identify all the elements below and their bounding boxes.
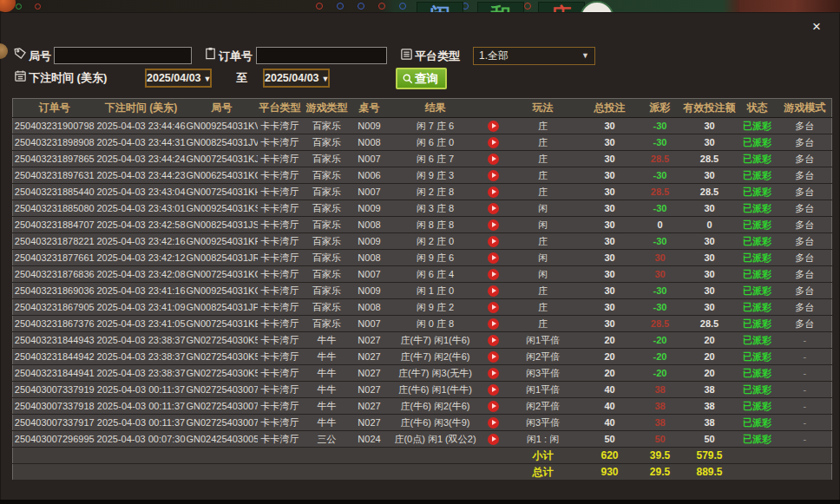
cell-bet: 30 — [582, 250, 638, 266]
summary-label: 总计 — [504, 464, 582, 481]
summary-empty — [258, 448, 303, 464]
date-to-select[interactable]: 2025/04/03▼ — [263, 69, 330, 88]
cell-time: 2025-04-03 00:07:30 — [96, 431, 187, 448]
replay-play-icon[interactable] — [488, 187, 499, 198]
search-button[interactable]: 查询 — [396, 68, 447, 89]
cell-mode: 多台 — [778, 134, 832, 151]
cell-time: 2025-04-03 23:41:09 — [96, 299, 187, 316]
date-from-select[interactable]: 2025/04/03▼ — [145, 69, 212, 88]
cell-round: GN027254030K5 — [187, 365, 258, 382]
round-number-label: 局号 — [29, 49, 51, 64]
cell-play: 庄 — [504, 184, 582, 200]
cell-replay — [483, 167, 504, 184]
cell-result: 闲 3 庄 8 — [388, 200, 483, 217]
cell-platform: 卡卡湾厅 — [258, 365, 303, 382]
cell-payout: 28.5 — [638, 151, 683, 167]
cell-result: 闲 7 庄 6 — [388, 118, 483, 134]
replay-play-icon[interactable] — [488, 302, 499, 313]
cell-result: 闲 1 庄 0 — [388, 283, 483, 299]
replay-play-icon[interactable] — [488, 236, 499, 247]
replay-play-icon[interactable] — [488, 285, 499, 297]
order-number-input[interactable] — [256, 47, 387, 64]
replay-play-icon[interactable] — [488, 335, 499, 346]
replay-play-icon[interactable] — [488, 434, 499, 445]
cell-round: GN008254031JV — [187, 134, 258, 151]
cell-platform: 卡卡湾厅 — [258, 283, 303, 299]
cell-play: 闲 — [504, 250, 582, 266]
cell-bet: 20 — [582, 365, 638, 382]
cell-game: 牛牛 — [303, 415, 351, 431]
platform-type-select[interactable]: 1.全部 ▼ — [473, 47, 595, 65]
cell-round: GN007254031KE — [187, 316, 258, 332]
cell-play: 庄 — [504, 151, 582, 167]
date-to-value: 2025/04/03 — [265, 72, 319, 84]
cell-mode: 多台 — [778, 200, 832, 217]
cell-table: N008 — [351, 250, 388, 266]
cell-order: 250403231884707 — [13, 217, 96, 233]
cell-order: 250403231844943 — [13, 332, 96, 349]
summary-empty — [187, 448, 258, 464]
cell-platform: 卡卡湾厅 — [258, 184, 303, 200]
roadmap-red-circle — [524, 3, 531, 10]
summary-empty — [96, 448, 187, 464]
replay-play-icon[interactable] — [488, 417, 499, 429]
cell-order: 250403231878221 — [13, 233, 96, 250]
cell-platform: 卡卡湾厅 — [258, 382, 303, 398]
cell-status: 已派彩 — [737, 200, 778, 217]
bet-spot-label: 和 — [477, 2, 524, 12]
cell-bet: 40 — [582, 415, 638, 431]
green-dot-icon — [16, 3, 22, 10]
cell-payout: -20 — [638, 365, 683, 382]
replay-play-icon[interactable] — [488, 219, 499, 231]
cell-round: GN008254031JS — [187, 217, 258, 233]
cell-bet: 40 — [582, 382, 638, 398]
summary-empty — [13, 448, 96, 464]
game-background-strip: 闲和庄 11 — [0, 0, 840, 12]
cell-payout: -30 — [638, 200, 683, 217]
replay-play-icon[interactable] — [488, 154, 499, 165]
replay-play-icon[interactable] — [488, 269, 499, 280]
replay-play-icon[interactable] — [488, 351, 499, 363]
cell-mode: 多台 — [778, 151, 832, 167]
cell-round: GN027254030K5 — [187, 332, 258, 349]
cell-table: N024 — [351, 431, 388, 448]
cell-result: 闲 6 庄 4 — [388, 266, 483, 283]
cell-table: N008 — [351, 299, 388, 316]
column-header — [483, 99, 504, 118]
replay-play-icon[interactable] — [488, 318, 499, 330]
cell-platform: 卡卡湾厅 — [258, 200, 303, 217]
cell-valid: 30 — [683, 299, 737, 316]
replay-play-icon[interactable] — [488, 137, 499, 148]
table-row: 2504032318782212025-04-03 23:42:16GN0092… — [13, 233, 832, 250]
cell-game: 百家乐 — [303, 233, 351, 250]
table-row: 2504032318850802025-04-03 23:43:01GN0092… — [13, 200, 832, 217]
cell-round: GN009254031KQ — [187, 283, 258, 299]
table-row: 2504032318989082025-04-03 23:44:31GN0082… — [13, 134, 832, 151]
bottom-bar — [0, 500, 840, 504]
cell-play: 闲1 : 闲 — [504, 431, 582, 448]
replay-play-icon[interactable] — [488, 170, 499, 181]
table-row: 2504032318673762025-04-03 23:41:05GN0072… — [13, 316, 832, 332]
cell-platform: 卡卡湾厅 — [258, 316, 303, 332]
cell-result: 庄(牛7) 闲2(牛6) — [388, 349, 483, 365]
date-from-value: 2025/04/03 — [147, 72, 201, 84]
cell-table: N009 — [351, 283, 388, 299]
order-number-label: 订单号 — [219, 49, 253, 64]
summary-empty — [351, 464, 388, 481]
replay-play-icon[interactable] — [488, 252, 499, 264]
summary-value: 579.5 — [683, 448, 737, 464]
replay-play-icon[interactable] — [488, 121, 499, 132]
replay-play-icon[interactable] — [488, 203, 499, 214]
round-number-input[interactable] — [54, 47, 192, 64]
cell-order: 250403231897631 — [13, 167, 96, 184]
cell-play: 庄 — [504, 299, 582, 316]
replay-play-icon[interactable] — [488, 368, 499, 379]
cell-payout: 28.5 — [638, 316, 683, 332]
replay-play-icon[interactable] — [488, 401, 499, 412]
column-header: 下注时间 (美东) — [96, 99, 187, 118]
replay-play-icon[interactable] — [488, 384, 499, 396]
cell-play: 闲 — [504, 217, 582, 233]
cell-bet: 50 — [582, 431, 638, 448]
column-header: 游戏类型 — [303, 99, 351, 118]
table-row: 2504032318854402025-04-03 23:43:04GN0072… — [13, 184, 832, 200]
